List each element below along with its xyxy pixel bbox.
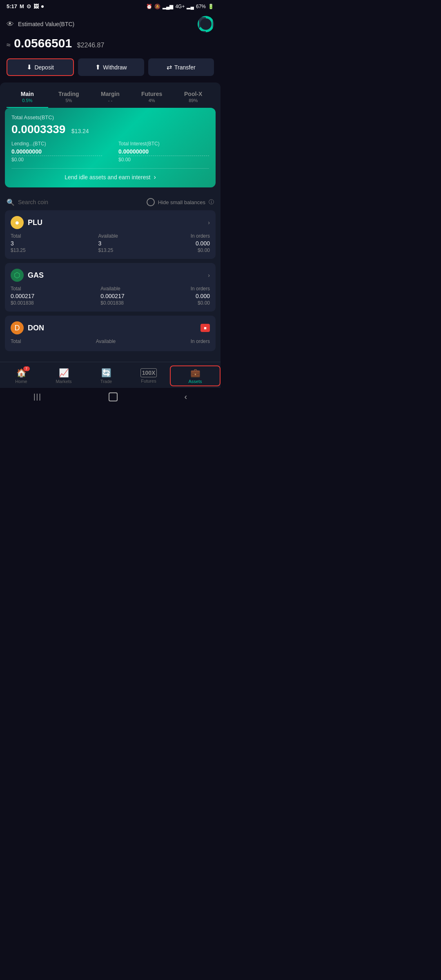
coin-identity-don: D DON <box>11 321 44 334</box>
plu-orders-usd: $0.00 <box>191 247 210 253</box>
gas-available-value: 0.000217 <box>100 293 124 299</box>
don-logo: D <box>11 321 24 334</box>
withdraw-label: Withdraw <box>103 64 127 71</box>
nav-home[interactable]: 🏠 7 Home <box>0 365 42 386</box>
don-available-col: Available <box>96 339 116 345</box>
tab-futures-label: Futures <box>133 91 171 97</box>
transfer-button[interactable]: ⇄ Transfer <box>148 58 214 76</box>
total-interest-item: Total Interest(BTC) 0.00000000 $0.00 <box>118 141 209 163</box>
search-placeholder[interactable]: Search coin <box>18 199 48 205</box>
gas-total-usd: $0.001838 <box>11 300 34 306</box>
back-icon[interactable]: ‹ <box>184 392 187 401</box>
plu-available-col: Available 3 $13.25 <box>98 233 118 253</box>
tab-futures-pct: 4% <box>133 98 171 103</box>
battery-icon: 🔋 <box>208 4 214 9</box>
hide-balances-toggle[interactable] <box>147 198 155 206</box>
assets-icon: 💼 <box>190 368 200 378</box>
alarm-icon: ⏰ <box>146 4 152 9</box>
assets-title: Total Assets(BTC) <box>11 114 209 120</box>
don-available-label: Available <box>96 339 116 344</box>
tab-margin[interactable]: Margin - - <box>89 87 131 108</box>
mute-icon: 🔕 <box>154 4 160 9</box>
search-bar: 🔍 Search coin Hide small balances ⓘ <box>0 194 220 210</box>
tab-margin-pct: - - <box>91 98 129 103</box>
plu-chevron-icon: › <box>208 219 210 226</box>
instagram-icon: ⊙ <box>27 3 31 9</box>
tab-poolx[interactable]: Pool-X 89% <box>172 87 214 108</box>
gas-chevron-icon: › <box>208 272 210 278</box>
estimated-label: Estimated Value(BTC) <box>18 21 74 27</box>
coin-header-plu: ● PLU › <box>11 216 210 229</box>
gallery-icon: 🖼 <box>33 3 39 9</box>
lend-chevron-icon: › <box>154 174 156 181</box>
don-tag: ■ <box>200 324 210 332</box>
portfolio-icon[interactable] <box>198 16 214 32</box>
gas-total-label: Total <box>11 286 34 292</box>
nav-trade[interactable]: 🔄 Trade <box>85 365 127 386</box>
home-label: Home <box>15 379 27 384</box>
network-type: 4G+ <box>175 4 185 9</box>
time: 5:17 <box>7 3 17 9</box>
gas-stats: Total 0.000217 $0.001838 Available 0.000… <box>11 286 210 306</box>
plu-orders-col: In orders 0.000 $0.00 <box>191 233 210 253</box>
plu-total-col: Total 3 $13.25 <box>11 233 26 253</box>
deposit-button[interactable]: ⬇ Deposit <box>7 58 74 76</box>
assets-btc-row: 0.0003339 $13.24 <box>11 123 209 136</box>
lending-btc: 0.00000000 <box>11 148 102 155</box>
plu-available-label: Available <box>98 233 118 239</box>
don-total-col: Total <box>11 339 21 345</box>
tab-futures[interactable]: Futures 4% <box>131 87 173 108</box>
signal-icon-2: ▂▄ <box>187 4 194 9</box>
search-left[interactable]: 🔍 Search coin <box>7 198 48 206</box>
tab-poolx-label: Pool-X <box>174 91 212 97</box>
withdraw-button[interactable]: ⬆ Withdraw <box>78 58 144 76</box>
tab-main-pct: 0.5% <box>8 98 47 103</box>
home-square-icon[interactable] <box>109 392 118 401</box>
header: 👁 Estimated Value(BTC) <box>0 11 220 35</box>
assets-card: Total Assets(BTC) 0.0003339 $13.24 Lendi… <box>5 108 216 187</box>
assets-usd-amount: $13.24 <box>71 128 89 134</box>
don-stats: Total Available In orders <box>11 339 210 345</box>
gas-available-col: Available 0.000217 $0.001838 <box>100 286 124 306</box>
status-right: ⏰ 🔕 ▂▄▆ 4G+ ▂▄ 67% 🔋 <box>146 4 214 9</box>
total-interest-usd: $0.00 <box>118 156 209 163</box>
gas-orders-label: In orders <box>191 286 210 292</box>
plu-total-label: Total <box>11 233 26 239</box>
coin-header-gas: ⬡ GAS › <box>11 269 210 282</box>
withdraw-icon: ⬆ <box>95 63 100 71</box>
assets-details-row: Lending...(BTC) 0.00000000 $0.00 Total I… <box>11 141 209 163</box>
lend-banner[interactable]: Lend idle assets and earn interest › <box>11 168 209 181</box>
coin-identity-plu: ● PLU <box>11 216 42 229</box>
plu-available-value: 3 <box>98 240 118 247</box>
btc-value-row: ≈ 0.0566501 $2246.87 <box>7 36 214 50</box>
nav-futures[interactable]: 100X Futures <box>127 365 170 386</box>
markets-label: Markets <box>56 379 71 384</box>
lend-text: Lend idle assets and earn interest <box>65 174 150 180</box>
notification-dot <box>41 5 44 8</box>
status-bar: 5:17 M ⊙ 🖼 ⏰ 🔕 ▂▄▆ 4G+ ▂▄ 67% 🔋 <box>0 0 220 11</box>
tab-poolx-pct: 89% <box>174 98 212 103</box>
coin-item-don[interactable]: D DON ■ Total Available In orders <box>5 316 216 351</box>
total-interest-label: Total Interest(BTC) <box>118 141 209 147</box>
tab-main[interactable]: Main 0.5% <box>7 87 48 108</box>
system-nav-bar: ||| ‹ <box>0 388 220 408</box>
lending-label: Lending...(BTC) <box>11 141 102 147</box>
plu-stats: Total 3 $13.25 Available 3 $13.25 In ord… <box>11 233 210 253</box>
tab-trading[interactable]: Trading 5% <box>48 87 90 108</box>
coin-item-plu[interactable]: ● PLU › Total 3 $13.25 Available 3 $13.2… <box>5 210 216 259</box>
battery-pct: 67% <box>196 4 206 9</box>
btc-amount: 0.0566501 <box>14 36 72 50</box>
header-left: 👁 Estimated Value(BTC) <box>7 20 74 29</box>
plu-logo: ● <box>11 216 24 229</box>
nav-markets[interactable]: 📈 Markets <box>42 365 85 386</box>
assets-btc-amount: 0.0003339 <box>11 123 65 136</box>
gas-symbol: GAS <box>28 271 44 280</box>
help-icon[interactable]: ⓘ <box>209 198 214 206</box>
coin-item-gas[interactable]: ⬡ GAS › Total 0.000217 $0.001838 Availab… <box>5 263 216 312</box>
menu-icon[interactable]: ||| <box>33 392 42 401</box>
gas-logo: ⬡ <box>11 269 24 282</box>
gmail-icon: M <box>20 3 24 9</box>
plu-available-usd: $13.25 <box>98 247 118 253</box>
nav-assets[interactable]: 💼 Assets <box>170 365 220 386</box>
eye-icon[interactable]: 👁 <box>7 20 14 29</box>
